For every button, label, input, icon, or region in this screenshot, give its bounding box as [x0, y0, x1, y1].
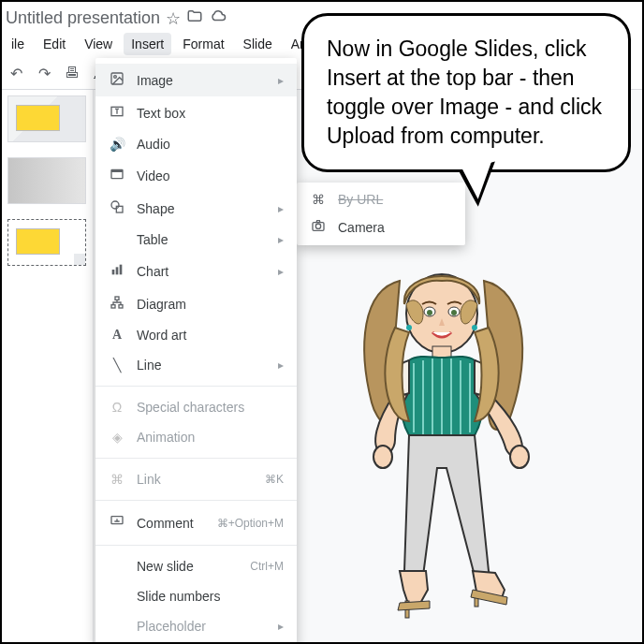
slide-thumb[interactable]: [7, 95, 86, 142]
svg-point-21: [406, 325, 412, 330]
menu-separator: [95, 458, 297, 459]
menu-edit[interactable]: Edit: [36, 33, 73, 55]
insert-menu-dropdown: Image ▸ Text box 🔊 Audio Video Shape ▸ T…: [95, 58, 297, 644]
menu-label: Table: [137, 232, 168, 247]
svg-rect-6: [116, 206, 123, 212]
svg-rect-12: [119, 305, 123, 308]
svg-point-15: [315, 224, 320, 228]
star-icon[interactable]: ☆: [166, 8, 181, 29]
menu-item-shape[interactable]: Shape ▸: [95, 192, 297, 225]
menu-label: Slide numbers: [137, 589, 221, 604]
menu-label: Special characters: [137, 400, 244, 415]
menu-item-diagram[interactable]: Diagram: [95, 287, 297, 320]
link-icon: ⌘: [310, 192, 327, 207]
menu-item-newslide[interactable]: New slide Ctrl+M: [95, 551, 297, 581]
image-icon: [109, 71, 125, 89]
thumbnail-panel: [2, 90, 94, 644]
chevron-right-icon: ▸: [278, 359, 284, 372]
menu-view[interactable]: View: [77, 33, 120, 55]
shortcut-label: ⌘+Option+M: [217, 517, 284, 530]
wordart-icon: A: [109, 328, 125, 343]
redo-icon[interactable]: ↷: [34, 63, 54, 83]
speech-bubble: Now in Google Slides, click Insert at th…: [301, 13, 631, 172]
svg-rect-10: [115, 297, 119, 300]
svg-point-1: [114, 76, 117, 79]
menu-label: Comment: [137, 516, 194, 531]
undo-icon[interactable]: ↶: [6, 63, 26, 83]
slide-thumb[interactable]: [7, 157, 86, 204]
menu-label: Text box: [137, 106, 185, 121]
textbox-icon: [109, 104, 125, 122]
shortcut-label: ⌘K: [265, 473, 284, 486]
svg-point-22: [472, 325, 477, 330]
menu-label: Audio: [137, 137, 170, 152]
menu-label: Animation: [137, 430, 195, 445]
menu-label: Image: [137, 73, 173, 88]
line-icon: ╲: [109, 358, 125, 373]
video-icon: [109, 167, 125, 184]
menu-label: Shape: [137, 201, 174, 216]
menu-item-special-chars[interactable]: Ω Special characters: [95, 392, 297, 422]
diagram-icon: [109, 295, 125, 313]
doc-title[interactable]: Untitled presentation: [6, 8, 160, 28]
svg-rect-7: [112, 270, 115, 274]
menu-label: Word art: [137, 328, 186, 343]
shortcut-label: Ctrl+M: [250, 560, 284, 573]
chevron-right-icon: ▸: [278, 74, 284, 87]
chevron-right-icon: ▸: [278, 265, 284, 278]
menu-separator: [95, 500, 297, 501]
chevron-right-icon: ▸: [278, 202, 284, 215]
submenu-item-byurl[interactable]: ⌘ By URL: [297, 186, 465, 212]
menu-item-audio[interactable]: 🔊 Audio: [95, 129, 297, 159]
svg-point-18: [427, 310, 432, 315]
comment-icon: [109, 514, 125, 532]
menu-item-comment[interactable]: Comment ⌘+Option+M: [95, 506, 297, 539]
shape-icon: [109, 199, 125, 217]
audio-icon: 🔊: [109, 137, 125, 152]
menu-label: Placeholder: [137, 619, 206, 634]
menu-item-line[interactable]: ╲ Line ▸: [95, 350, 297, 380]
menu-label: Video: [137, 168, 170, 183]
omega-icon: Ω: [109, 400, 125, 415]
menu-item-video[interactable]: Video: [95, 159, 297, 192]
menu-label: Camera: [338, 220, 385, 235]
menu-insert[interactable]: Insert: [124, 33, 171, 55]
svg-rect-11: [111, 305, 115, 308]
menu-item-placeholder[interactable]: Placeholder ▸: [95, 611, 297, 641]
menu-item-chart[interactable]: Chart ▸: [95, 255, 297, 287]
menu-label: Chart: [137, 264, 168, 279]
svg-point-5: [111, 201, 119, 209]
avatar-character: [344, 253, 540, 627]
menu-item-image[interactable]: Image ▸: [95, 64, 297, 96]
link-icon: ⌘: [109, 472, 125, 487]
menu-format[interactable]: Format: [175, 33, 231, 55]
menu-item-animation[interactable]: ◈ Animation: [95, 422, 297, 452]
menu-item-link[interactable]: ⌘ Link ⌘K: [95, 464, 297, 494]
print-icon[interactable]: 🖶: [62, 63, 82, 83]
svg-point-20: [451, 310, 457, 315]
menu-item-table[interactable]: Table ▸: [95, 225, 297, 255]
menu-label: Diagram: [137, 297, 186, 312]
menu-item-slidenumbers[interactable]: Slide numbers: [95, 581, 297, 611]
menu-file[interactable]: ile: [4, 33, 32, 55]
slide-thumb[interactable]: [7, 219, 86, 266]
svg-rect-4: [111, 169, 123, 172]
menu-separator: [95, 386, 297, 387]
camera-icon: [310, 218, 327, 236]
image-submenu: ⌘ By URL Camera: [297, 183, 465, 245]
svg-point-24: [373, 446, 392, 468]
svg-point-25: [510, 446, 529, 468]
animation-icon: ◈: [109, 430, 125, 445]
menu-item-textbox[interactable]: Text box: [95, 96, 297, 129]
submenu-item-camera[interactable]: Camera: [297, 212, 465, 242]
menu-label: Link: [137, 472, 161, 487]
svg-rect-9: [120, 265, 123, 275]
chevron-right-icon: ▸: [278, 233, 284, 246]
move-icon[interactable]: [186, 7, 203, 29]
cloud-icon[interactable]: [209, 7, 227, 29]
chart-icon: [109, 262, 125, 280]
menu-item-wordart[interactable]: A Word art: [95, 320, 297, 350]
menu-label: By URL: [338, 192, 383, 207]
menu-label: New slide: [137, 559, 194, 574]
menu-slide[interactable]: Slide: [236, 33, 280, 55]
